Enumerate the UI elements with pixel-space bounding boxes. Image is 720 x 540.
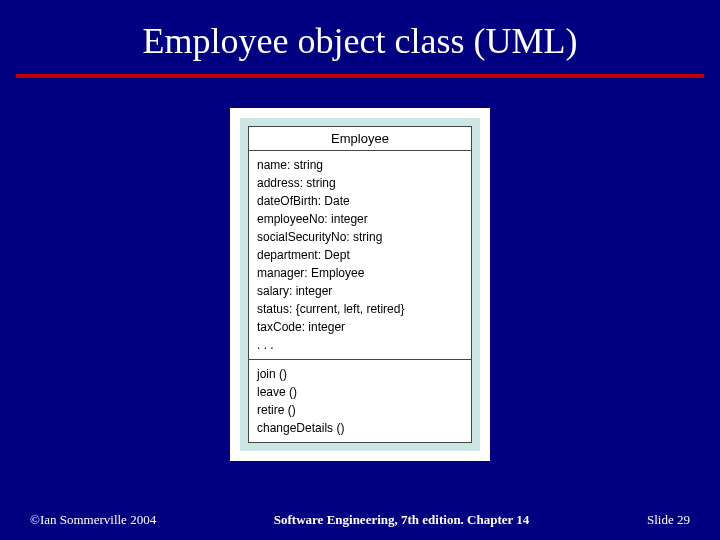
title-rule bbox=[16, 74, 704, 78]
footer: ©Ian Sommerville 2004 Software Engineeri… bbox=[0, 512, 720, 528]
diagram-canvas: Employee name: stringaddress: stringdate… bbox=[230, 108, 490, 461]
footer-copyright: ©Ian Sommerville 2004 bbox=[30, 512, 156, 528]
uml-attribute: taxCode: integer bbox=[257, 318, 463, 336]
uml-method: join () bbox=[257, 365, 463, 383]
diagram-container: Employee name: stringaddress: stringdate… bbox=[0, 108, 720, 461]
uml-method: changeDetails () bbox=[257, 419, 463, 437]
uml-attribute: department: Dept bbox=[257, 246, 463, 264]
uml-attribute: status: {current, left, retired} bbox=[257, 300, 463, 318]
uml-attributes: name: stringaddress: stringdateOfBirth: … bbox=[248, 151, 472, 360]
uml-attribute: salary: integer bbox=[257, 282, 463, 300]
footer-slide: Slide 29 bbox=[647, 512, 690, 528]
uml-methods: join ()leave ()retire ()changeDetails () bbox=[248, 360, 472, 443]
uml-method: retire () bbox=[257, 401, 463, 419]
slide-title: Employee object class (UML) bbox=[0, 0, 720, 74]
uml-attribute: address: string bbox=[257, 174, 463, 192]
uml-attribute: . . . bbox=[257, 336, 463, 354]
uml-attribute: dateOfBirth: Date bbox=[257, 192, 463, 210]
uml-attribute: name: string bbox=[257, 156, 463, 174]
uml-class-name: Employee bbox=[248, 126, 472, 151]
uml-attribute: socialSecurityNo: string bbox=[257, 228, 463, 246]
uml-method: leave () bbox=[257, 383, 463, 401]
uml-class-box: Employee name: stringaddress: stringdate… bbox=[240, 118, 480, 451]
uml-attribute: employeeNo: integer bbox=[257, 210, 463, 228]
footer-center: Software Engineering, 7th edition. Chapt… bbox=[274, 512, 530, 528]
slide-number: 29 bbox=[677, 512, 690, 527]
slide-label: Slide bbox=[647, 512, 674, 527]
uml-attribute: manager: Employee bbox=[257, 264, 463, 282]
